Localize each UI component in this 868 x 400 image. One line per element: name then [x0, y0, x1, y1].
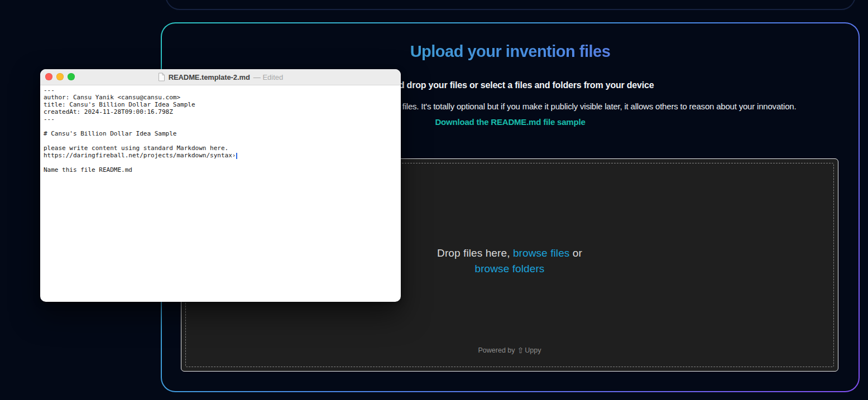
powered-by-uppy: Powered by ⇧ Uppy	[181, 346, 838, 354]
uppy-brand-name: Uppy	[525, 346, 541, 354]
editor-line	[44, 123, 396, 130]
powered-by-label: Powered by	[478, 346, 515, 354]
drop-text-prefix: Drop files here,	[437, 247, 513, 259]
previous-section-panel	[165, 0, 856, 10]
editor-line: ---	[44, 86, 396, 94]
editor-line	[44, 137, 396, 144]
editor-line	[44, 159, 396, 166]
window-title-group: README.template-2.md — Edited	[40, 69, 401, 85]
window-controls	[45, 73, 75, 80]
drop-text-or: or	[569, 247, 582, 259]
close-button[interactable]	[45, 73, 52, 80]
editor-line: https://daringfireball.net/projects/mark…	[44, 152, 396, 159]
editor-line: please write content using standard Mark…	[44, 144, 396, 152]
browse-folders-link[interactable]: browse folders	[475, 263, 545, 274]
screen: Upload your invention files Drag and dro…	[0, 0, 868, 400]
editor-line: ---	[44, 115, 396, 123]
editor-line: title: Cansu's Billion Dollar Idea Sampl…	[44, 101, 396, 108]
browse-files-link[interactable]: browse files	[513, 247, 570, 259]
uppy-logo-icon: ⇧	[517, 346, 524, 354]
window-edited-label: — Edited	[253, 73, 283, 81]
page-title: Upload your invention files	[162, 42, 859, 61]
editor-line: author: Cansu Yanik <cansu@cansu.com>	[44, 94, 396, 101]
textedit-window: README.template-2.md — Edited --- author…	[40, 69, 401, 302]
editor-line: # Cansu's Billion Dollar Idea Sample	[44, 130, 396, 137]
editor-text-area[interactable]: --- author: Cansu Yanik <cansu@cansu.com…	[40, 85, 401, 174]
window-titlebar[interactable]: README.template-2.md — Edited	[40, 69, 401, 85]
text-cursor	[236, 153, 237, 159]
minimize-button[interactable]	[56, 73, 64, 80]
editor-line-url: https://daringfireball.net/projects/mark…	[44, 152, 236, 159]
window-title: README.template-2.md	[169, 73, 250, 81]
zoom-button[interactable]	[68, 73, 75, 80]
editor-line: Name this file README.md	[44, 166, 396, 174]
document-icon	[158, 73, 165, 81]
editor-line: createdAt: 2024-11-28T09:00:16.798Z	[44, 108, 396, 115]
